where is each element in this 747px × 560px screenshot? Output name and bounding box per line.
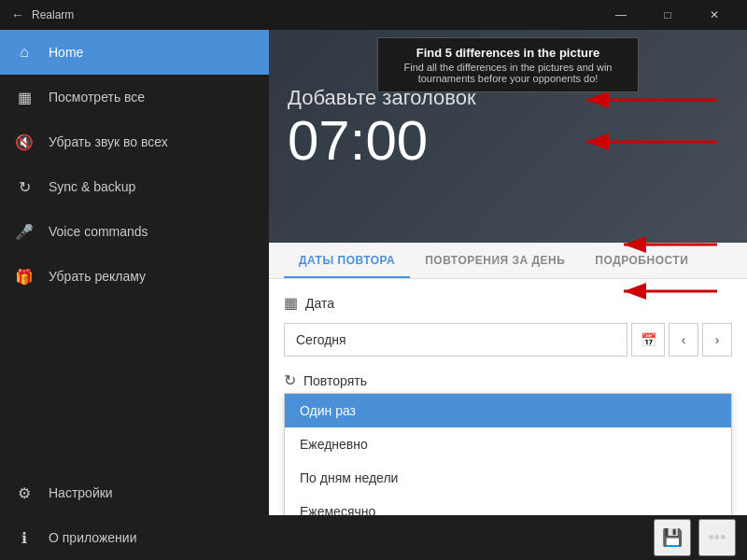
repeat-option-daily[interactable]: Ежедневно: [285, 427, 731, 461]
calendar-button[interactable]: 📅: [631, 323, 665, 357]
app-title: Realarm: [32, 8, 74, 21]
home-icon: ⌂: [15, 44, 34, 61]
repeat-option-once[interactable]: Один раз: [285, 394, 731, 427]
repeat-icon: ↻: [284, 371, 296, 389]
alarm-time: 07:00: [288, 110, 476, 172]
prev-date-button[interactable]: ‹: [669, 323, 698, 357]
sync-icon: ↻: [15, 178, 34, 196]
repeat-option-weekly[interactable]: По дням недели: [285, 461, 731, 495]
app-container: ⌂ Home ▦ Посмотреть все 🔇 Убрать звук во…: [0, 30, 747, 560]
title-bar-left: ← Realarm: [11, 7, 74, 22]
sidebar-label-voice: Voice commands: [49, 224, 148, 239]
ad-title: Find 5 differences in the picture: [393, 46, 623, 60]
title-bar: ← Realarm — □ ✕: [0, 0, 747, 30]
sidebar-item-settings[interactable]: ⚙ Настройки: [0, 470, 269, 515]
date-field-row: ▦ Дата: [284, 294, 732, 312]
bottom-bar: 💾 •••: [269, 515, 747, 560]
sidebar-label-about: О приложении: [49, 530, 136, 545]
main-content: Find 5 differences in the picture Find a…: [269, 30, 747, 560]
ad-banner[interactable]: Find 5 differences in the picture Find a…: [377, 37, 639, 92]
sidebar-bottom: ⚙ Настройки ℹ О приложении: [0, 470, 269, 560]
sidebar-item-voice[interactable]: 🎤 Voice commands: [0, 209, 269, 254]
save-button[interactable]: 💾: [654, 519, 691, 556]
repeat-label: Повторять: [303, 373, 367, 388]
mute-icon: 🔇: [15, 133, 34, 151]
gift-icon: 🎁: [15, 268, 34, 286]
settings-icon: ⚙: [15, 484, 34, 502]
minimize-button[interactable]: —: [599, 0, 642, 30]
sidebar-item-about[interactable]: ℹ О приложении: [0, 515, 269, 560]
mic-icon: 🎤: [15, 223, 34, 241]
sidebar: ⌂ Home ▦ Посмотреть все 🔇 Убрать звук во…: [0, 30, 269, 560]
date-input-row: 📅 ‹ ›: [284, 323, 732, 357]
calendar-icon: ▦: [15, 89, 34, 106]
info-icon: ℹ: [15, 529, 34, 547]
sidebar-item-sync[interactable]: ↻ Sync & backup: [0, 164, 269, 209]
more-button[interactable]: •••: [698, 519, 736, 556]
alarm-header: Добавьте заголовок 07:00: [288, 86, 476, 172]
date-input[interactable]: [284, 323, 627, 357]
sidebar-label-view-all: Посмотреть все: [49, 90, 145, 105]
date-section-icon: ▦: [284, 294, 298, 312]
next-date-button[interactable]: ›: [702, 323, 732, 357]
sidebar-item-view-all[interactable]: ▦ Посмотреть все: [0, 75, 269, 119]
title-bar-controls: — □ ✕: [599, 0, 736, 30]
tab-dates[interactable]: ДАТЫ ПОВТОРА: [284, 243, 410, 278]
panel-tabs: ДАТЫ ПОВТОРА ПОВТОРЕНИЯ ЗА ДЕНЬ ПОДРОБНО…: [269, 243, 747, 279]
sidebar-item-remove-ads[interactable]: 🎁 Убрать рекламу: [0, 254, 269, 299]
sidebar-label-sync: Sync & backup: [49, 179, 135, 194]
alarm-panel: ДАТЫ ПОВТОРА ПОВТОРЕНИЯ ЗА ДЕНЬ ПОДРОБНО…: [269, 243, 747, 560]
sidebar-label-settings: Настройки: [49, 485, 113, 500]
tab-details[interactable]: ПОДРОБНОСТИ: [580, 243, 703, 278]
sidebar-item-mute-all[interactable]: 🔇 Убрать звук во всех: [0, 119, 269, 164]
sidebar-item-home[interactable]: ⌂ Home: [0, 30, 269, 75]
back-button[interactable]: ←: [11, 7, 24, 22]
sidebar-label-mute-all: Убрать звук во всех: [49, 134, 168, 149]
ad-subtitle: Find all the differences in the pictures…: [393, 62, 623, 84]
close-button[interactable]: ✕: [693, 0, 736, 30]
repeat-row: ↻ Повторять: [284, 371, 732, 389]
maximize-button[interactable]: □: [646, 0, 689, 30]
sidebar-label-remove-ads: Убрать рекламу: [49, 269, 146, 284]
date-section-label: Дата: [305, 296, 334, 311]
sidebar-label-home: Home: [49, 45, 83, 60]
tab-daily[interactable]: ПОВТОРЕНИЯ ЗА ДЕНЬ: [410, 243, 580, 278]
